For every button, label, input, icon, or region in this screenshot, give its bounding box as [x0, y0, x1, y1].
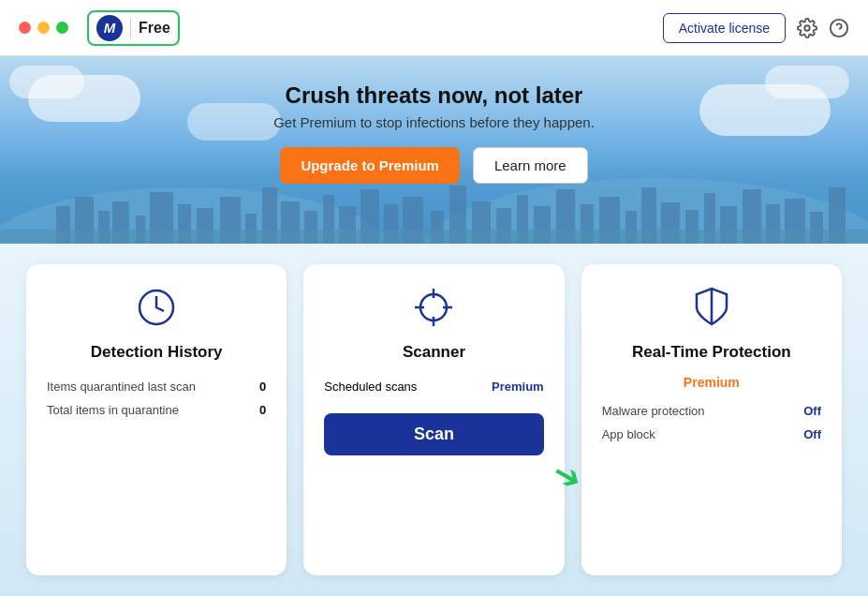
hero-banner: Crush threats now, not later Get Premium…: [0, 56, 868, 244]
titlebar-right: Activate license: [663, 13, 849, 43]
svg-point-46: [420, 294, 447, 320]
settings-button[interactable]: [797, 18, 817, 38]
activate-license-button[interactable]: Activate license: [663, 13, 786, 43]
realtime-rows: Malware protection Off App block Off: [602, 399, 821, 446]
scan-button[interactable]: Scan: [324, 413, 543, 455]
scanner-rows: Scheduled scans Premium: [324, 375, 543, 398]
logo-area: M Free: [87, 10, 180, 46]
table-row: Malware protection Off: [602, 399, 821, 423]
hero-buttons: Upgrade to Premium Learn more: [280, 147, 587, 184]
free-badge: Free: [139, 20, 170, 37]
table-row: App block Off: [602, 423, 821, 446]
scheduled-scans-label: Scheduled scans: [324, 380, 417, 394]
maximize-button[interactable]: [56, 22, 68, 34]
realtime-protection-card: ➔ Real-Time Protection Premium Malware p…: [581, 264, 842, 575]
detection-history-card: Detection History Items quarantined last…: [26, 264, 287, 575]
detection-history-title: Detection History: [91, 343, 223, 362]
cloud-right2: [765, 66, 849, 98]
malware-protection-value: Off: [803, 404, 821, 418]
realtime-premium-label: Premium: [684, 375, 740, 390]
traffic-lights: [19, 22, 68, 34]
titlebar-left: M Free: [19, 10, 180, 46]
scanner-card: Scanner Scheduled scans Premium Scan: [303, 264, 564, 575]
close-button[interactable]: [19, 22, 31, 34]
help-icon: [829, 18, 849, 38]
learn-more-button[interactable]: Learn more: [473, 147, 588, 184]
logo-icon: M: [96, 15, 123, 41]
hero-title: Crush threats now, not later: [286, 82, 583, 109]
total-quarantine-label: Total items in quarantine: [47, 403, 179, 417]
shield-icon: [689, 285, 734, 334]
cloud-mid: [187, 103, 281, 141]
svg-point-0: [804, 25, 810, 31]
scanner-title: Scanner: [403, 343, 465, 362]
detection-history-rows: Items quarantined last scan 0 Total item…: [47, 375, 266, 422]
quarantined-last-scan-label: Items quarantined last scan: [47, 380, 196, 394]
scheduled-scans-row: Scheduled scans Premium: [324, 375, 543, 398]
malware-protection-label: Malware protection: [602, 404, 705, 418]
table-row: Items quarantined last scan 0: [47, 375, 266, 398]
scheduled-scans-value[interactable]: Premium: [492, 380, 544, 394]
total-quarantine-value: 0: [259, 403, 266, 417]
upgrade-button[interactable]: Upgrade to Premium: [280, 147, 460, 184]
minimize-button[interactable]: [37, 22, 50, 34]
table-row: Total items in quarantine 0: [47, 398, 266, 422]
realtime-title: Real-Time Protection: [632, 343, 791, 362]
titlebar: M Free Activate license: [0, 0, 868, 56]
app-block-label: App block: [602, 427, 655, 441]
gear-icon: [797, 18, 817, 38]
app-block-value: Off: [803, 427, 821, 441]
help-button[interactable]: [829, 18, 849, 38]
svg-rect-44: [0, 230, 868, 244]
quarantined-last-scan-value: 0: [259, 380, 266, 394]
cloud-left2: [9, 66, 84, 98]
logo-divider: [130, 18, 131, 38]
cards-section: Detection History Items quarantined last…: [0, 244, 868, 596]
hero-subtitle: Get Premium to stop infections before th…: [273, 114, 595, 130]
clock-icon: [134, 285, 179, 334]
crosshair-icon: [411, 285, 456, 334]
